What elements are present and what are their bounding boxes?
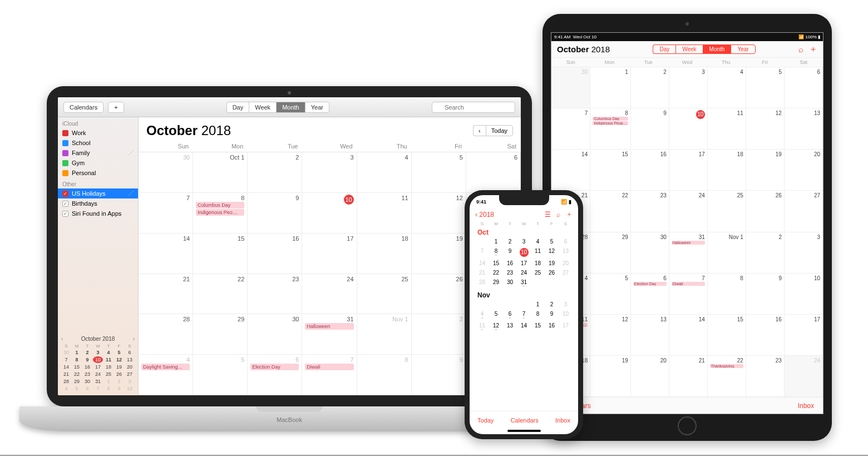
inbox-button[interactable]: Inbox xyxy=(555,417,570,424)
day-cell[interactable]: 30 xyxy=(248,314,302,355)
day-cell[interactable]: 4 xyxy=(531,237,545,246)
day-cell[interactable]: 24 xyxy=(517,268,531,277)
mini-day[interactable]: 2 xyxy=(114,378,124,385)
sidebar-item-gym[interactable]: Gym xyxy=(58,158,138,168)
day-cell[interactable]: 2 xyxy=(545,300,559,309)
mini-day[interactable]: 3 xyxy=(125,378,135,385)
day-cell[interactable]: 21 xyxy=(475,268,489,277)
search-input[interactable] xyxy=(432,102,515,113)
day-cell[interactable]: 8Columbus DayIndigenous Peo… xyxy=(193,193,248,234)
day-cell[interactable]: 9 xyxy=(746,274,785,315)
mini-day[interactable]: 10 xyxy=(93,356,103,363)
day-cell[interactable]: 2 xyxy=(412,314,466,355)
day-cell[interactable]: 6 xyxy=(785,67,823,108)
day-cell[interactable] xyxy=(517,300,531,309)
mini-day[interactable]: 10 xyxy=(125,385,135,392)
day-cell[interactable]: 12 xyxy=(489,321,503,332)
day-cell[interactable]: 31 xyxy=(517,277,531,289)
calendars-button[interactable]: Calendars xyxy=(63,102,103,113)
mini-day[interactable]: 16 xyxy=(82,364,92,370)
mini-day[interactable]: 27 xyxy=(125,371,135,377)
day-cell[interactable]: 17 xyxy=(517,259,531,268)
day-cell[interactable]: 18 xyxy=(357,234,412,274)
mini-day[interactable]: 8 xyxy=(103,385,114,392)
day-cell[interactable]: 11 xyxy=(531,246,545,259)
mini-day[interactable]: 15 xyxy=(72,364,82,370)
day-cell[interactable]: 4 xyxy=(708,67,746,108)
day-cell[interactable]: 1 xyxy=(590,67,631,108)
day-cell[interactable]: 26 xyxy=(412,274,466,315)
day-cell[interactable]: 16 xyxy=(545,321,559,332)
day-cell[interactable]: 8 xyxy=(489,246,503,259)
prev-button[interactable]: ‹ xyxy=(473,125,486,136)
event[interactable]: Thanksgiving xyxy=(710,364,743,368)
view-year[interactable]: Year xyxy=(305,102,329,113)
day-cell[interactable]: 4Daylight Saving… xyxy=(139,355,193,395)
search-field[interactable] xyxy=(432,102,515,113)
day-cell[interactable]: 28 xyxy=(475,277,489,289)
day-cell[interactable]: 4 xyxy=(475,309,489,321)
day-cell[interactable]: 10 xyxy=(302,193,357,234)
day-cell[interactable] xyxy=(475,237,489,246)
mini-day[interactable]: 19 xyxy=(114,364,124,370)
day-cell[interactable]: 7 xyxy=(551,108,590,150)
today-button[interactable]: Today xyxy=(486,125,513,136)
view-month[interactable]: Month xyxy=(703,44,731,54)
day-cell[interactable]: 23 xyxy=(631,191,669,232)
day-cell[interactable]: 4 xyxy=(357,152,412,193)
mini-day[interactable]: 4 xyxy=(103,349,114,356)
day-cell[interactable]: 1 xyxy=(531,300,545,309)
day-cell[interactable]: 17 xyxy=(669,150,708,191)
day-cell[interactable]: 18 xyxy=(531,259,545,268)
mini-day[interactable]: 23 xyxy=(82,371,92,377)
mini-day[interactable]: 13 xyxy=(125,356,135,363)
mini-day[interactable]: 31 xyxy=(93,378,103,385)
day-cell[interactable]: 8Columbus DayIndigenous Peop… xyxy=(590,108,631,150)
day-cell[interactable]: 11 xyxy=(708,108,746,150)
day-cell[interactable]: 30 xyxy=(503,277,517,289)
day-cell[interactable]: 21 xyxy=(669,356,708,397)
day-cell[interactable]: 11 xyxy=(475,321,489,332)
day-cell[interactable]: 7 xyxy=(139,193,193,234)
mini-day[interactable]: 14 xyxy=(61,364,71,370)
sidebar-item-personal[interactable]: Personal xyxy=(58,168,138,178)
day-cell[interactable]: 29 xyxy=(193,314,248,355)
home-button[interactable] xyxy=(678,416,697,435)
day-cell[interactable]: 15 xyxy=(531,321,545,332)
day-cell[interactable]: 1 xyxy=(489,237,503,246)
day-cell[interactable]: 3 xyxy=(785,232,823,274)
mini-day[interactable]: 25 xyxy=(103,371,114,377)
list-icon[interactable]: ☰ xyxy=(545,211,551,218)
day-cell[interactable]: 26 xyxy=(746,191,785,232)
view-day[interactable]: Day xyxy=(653,44,675,54)
day-cell[interactable] xyxy=(531,277,545,289)
day-cell[interactable]: 14 xyxy=(551,150,590,191)
day-cell[interactable]: 2 xyxy=(631,67,669,108)
mini-day[interactable]: 5 xyxy=(72,385,82,392)
day-cell[interactable]: Nov 1 xyxy=(708,232,746,274)
day-cell[interactable]: 19 xyxy=(545,259,559,268)
day-cell[interactable]: 25 xyxy=(531,268,545,277)
day-cell[interactable]: 16 xyxy=(746,315,785,356)
day-cell[interactable]: 15 xyxy=(193,234,248,274)
day-cell[interactable]: 14 xyxy=(669,315,708,356)
event[interactable]: Columbus Day xyxy=(593,117,628,121)
day-cell[interactable]: 24 xyxy=(302,274,357,315)
day-cell[interactable]: 29 xyxy=(489,277,503,289)
day-cell[interactable]: 21 xyxy=(139,274,193,315)
day-cell[interactable]: 7 xyxy=(517,309,531,321)
add-icon[interactable]: ＋ xyxy=(809,44,817,54)
day-cell[interactable]: 8 xyxy=(357,355,412,395)
back-button[interactable]: ‹ 2018 xyxy=(475,211,494,218)
sidebar-item-us-holidays[interactable]: ✓US Holidays⋰ xyxy=(58,188,138,198)
day-cell[interactable]: 29 xyxy=(590,232,631,274)
day-cell[interactable]: 10 xyxy=(785,274,823,315)
view-month[interactable]: Month xyxy=(276,102,305,113)
day-cell[interactable]: 5 xyxy=(193,355,248,395)
day-cell[interactable]: 13 xyxy=(559,246,573,259)
day-cell[interactable]: 8 xyxy=(531,309,545,321)
day-cell[interactable]: 26 xyxy=(545,268,559,277)
day-cell[interactable]: 19 xyxy=(746,150,785,191)
day-cell[interactable]: 13 xyxy=(785,108,823,150)
day-cell[interactable]: 24 xyxy=(669,191,708,232)
